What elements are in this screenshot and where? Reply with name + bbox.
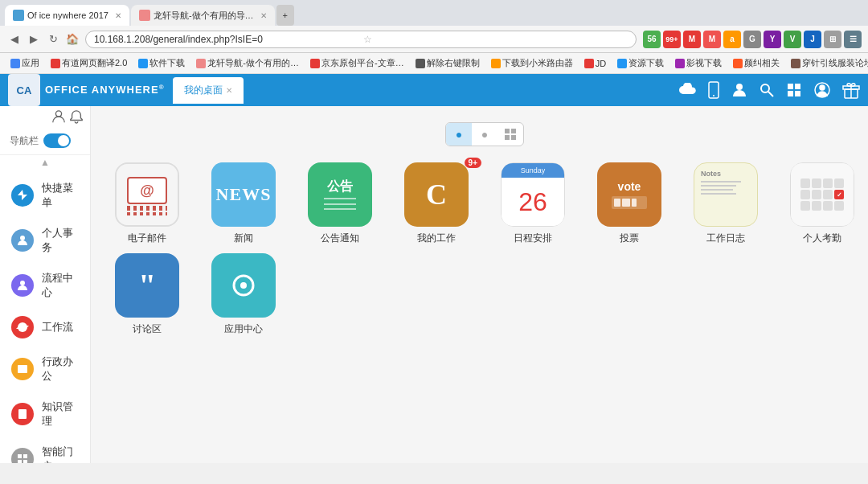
app-tab-mydesk-close[interactable]: ✕ — [226, 86, 232, 95]
tab-bar: Of ice nywhere 2017 ✕ 龙轩导航-做个有用的导… ✕ + — [0, 0, 868, 26]
bookmark-label-jd: JD — [596, 59, 606, 68]
bookmark-mi[interactable]: 下载到小米路由器 — [487, 56, 577, 70]
svg-point-2 — [736, 84, 743, 90]
svg-line-4 — [768, 92, 773, 96]
app-attendance[interactable]: ✓ 个人考勤 — [782, 162, 862, 245]
top-icon-user-circle[interactable] — [813, 81, 831, 99]
bookmark-label-nav: 龙轩导航-做个有用的… — [207, 57, 299, 69]
app-news-label: 新闻 — [234, 232, 253, 245]
sidebar-quick-label: 快捷菜单 — [42, 181, 79, 210]
app-email[interactable]: @ 电子邮件 — [107, 162, 187, 245]
app-discuss[interactable]: " 讨论区 — [107, 253, 187, 336]
bookmark-apps[interactable]: 应用 — [6, 56, 43, 70]
tab-close-2[interactable]: ✕ — [260, 11, 267, 20]
app-work[interactable]: C 9+ 我的工作 — [396, 162, 477, 245]
forward-button[interactable]: ▶ — [26, 31, 42, 47]
ext-icon-11[interactable]: ☰ — [844, 31, 862, 48]
app-news-icon: NEWS — [211, 162, 276, 227]
sidebar-admin-label: 行政办公 — [42, 355, 79, 384]
bookmark-label-color: 颜纠相关 — [744, 57, 780, 69]
app-notice-icon: 公告 — [308, 162, 372, 227]
view-dot1[interactable]: ● — [446, 123, 472, 146]
sidebar-item-portal[interactable]: 智能门户 — [0, 437, 90, 463]
ext-icon-8[interactable]: V — [784, 31, 801, 48]
app-vote[interactable]: vote 投票 — [589, 162, 669, 245]
app-tab-mydesk[interactable]: 我的桌面 ✕ — [173, 77, 244, 104]
bookmark-sewing[interactable]: 穿针引线服装论坛-… — [787, 56, 868, 70]
bookmark-icon-color — [733, 59, 743, 68]
bookmark-color[interactable]: 颜纠相关 — [729, 56, 784, 70]
bookmark-jd[interactable]: JD — [580, 58, 610, 69]
refresh-button[interactable]: ↻ — [45, 31, 61, 47]
browser-tab-1[interactable]: Of ice nywhere 2017 ✕ — [5, 5, 129, 26]
app-diary[interactable]: Notes 工作日志 — [686, 162, 766, 245]
bookmark-translate[interactable]: 有道网页翻译2.0 — [47, 56, 131, 70]
svg-rect-5 — [788, 84, 793, 89]
sidebar-workflow-icon — [11, 274, 34, 297]
ext-icon-6[interactable]: G — [743, 31, 761, 48]
bookmark-label-mi: 下载到小米路由器 — [502, 57, 573, 69]
tab-label-1: Of ice nywhere 2017 — [27, 10, 108, 20]
bookmark-download[interactable]: 软件下载 — [134, 56, 189, 70]
logo-badge: CA — [8, 74, 40, 106]
bookmark-star[interactable]: ☆ — [363, 34, 628, 45]
browser-window: Of ice nywhere 2017 ✕ 龙轩导航-做个有用的导… ✕ + ◀… — [0, 0, 868, 74]
top-icon-gift[interactable] — [842, 81, 860, 99]
top-icon-search[interactable] — [759, 82, 775, 98]
bookmark-icon-apps — [10, 59, 20, 68]
browser-tab-2[interactable]: 龙轩导航-做个有用的导… ✕ — [131, 5, 275, 26]
app-news[interactable]: NEWS 新闻 — [203, 162, 284, 245]
ext-icon-1[interactable]: 56 — [643, 31, 661, 48]
svg-point-1 — [713, 95, 714, 96]
ext-icon-4[interactable]: M — [703, 31, 721, 48]
top-icon-grid[interactable] — [786, 82, 802, 98]
sidebar-item-admin[interactable]: 行政办公 — [0, 347, 90, 392]
sidebar-toggle-switch[interactable] — [43, 133, 71, 148]
sidebar-user-icon[interactable] — [51, 109, 66, 124]
app-vote-icon: vote — [597, 162, 661, 227]
svg-rect-23 — [511, 129, 516, 133]
home-button[interactable]: 🏠 — [64, 31, 80, 47]
sidebar-item-quick[interactable]: 快捷菜单 — [0, 173, 90, 218]
apps-grid: @ 电子邮件 NEWS 新闻 — [107, 162, 862, 336]
new-tab-button[interactable]: + — [276, 5, 294, 26]
bookmark-jd-article[interactable]: 京东原创平台-文章… — [306, 56, 408, 70]
top-icon-cloud[interactable] — [678, 83, 696, 97]
bookmark-rclick[interactable]: 解除右键限制 — [411, 56, 484, 70]
sidebar-item-knowledge[interactable]: 知识管理 — [0, 392, 90, 437]
sidebar-item-workitem[interactable]: 工作流 — [0, 308, 90, 347]
bookmark-label-resource: 资源下载 — [628, 57, 664, 69]
view-dot2[interactable]: ● — [472, 123, 497, 146]
bookmark-nav[interactable]: 龙轩导航-做个有用的… — [192, 56, 303, 70]
app-notice[interactable]: 公告 公告通知 — [300, 162, 380, 245]
logo-text: OFFICE ANYWHERE® — [45, 84, 165, 96]
tab-close-1[interactable]: ✕ — [115, 11, 121, 20]
tab-label-2: 龙轩导航-做个有用的导… — [154, 10, 254, 22]
back-button[interactable]: ◀ — [6, 31, 23, 47]
bookmark-resource[interactable]: 资源下载 — [613, 56, 668, 70]
svg-rect-22 — [505, 129, 510, 133]
top-icon-person[interactable] — [731, 82, 747, 98]
ext-icon-10[interactable]: ⊞ — [824, 31, 841, 48]
top-icon-phone[interactable] — [707, 81, 720, 99]
ext-icon-9[interactable]: J — [804, 31, 821, 48]
bookmark-video[interactable]: 影视下载 — [671, 56, 726, 70]
app-appcenter[interactable]: 应用中心 — [203, 253, 284, 336]
bookmark-icon-resource — [617, 59, 627, 68]
url-input[interactable]: 10.168.1.208/general/index.php?IsIE=0 ☆ — [85, 31, 637, 48]
sidebar-knowledge-label: 知识管理 — [42, 400, 79, 429]
sidebar-item-workflow[interactable]: 流程中心 — [0, 263, 90, 308]
ext-icon-7[interactable]: Y — [764, 31, 781, 48]
app-schedule[interactable]: Sunday 26 日程安排 — [493, 162, 573, 245]
sidebar-item-personal[interactable]: 个人事务 — [0, 218, 90, 263]
view-grid[interactable] — [497, 123, 523, 146]
svg-rect-16 — [18, 409, 27, 419]
sidebar-bell-icon[interactable] — [69, 109, 84, 124]
sidebar-scroll-up[interactable]: ▲ — [0, 155, 90, 170]
ext-icon-3[interactable]: M — [683, 31, 701, 48]
ext-icon-2[interactable]: 99+ — [663, 31, 681, 48]
svg-point-13 — [20, 236, 25, 240]
bookmark-icon-jd-article — [310, 59, 320, 68]
ext-icon-5[interactable]: a — [723, 31, 741, 48]
svg-point-10 — [820, 85, 825, 90]
